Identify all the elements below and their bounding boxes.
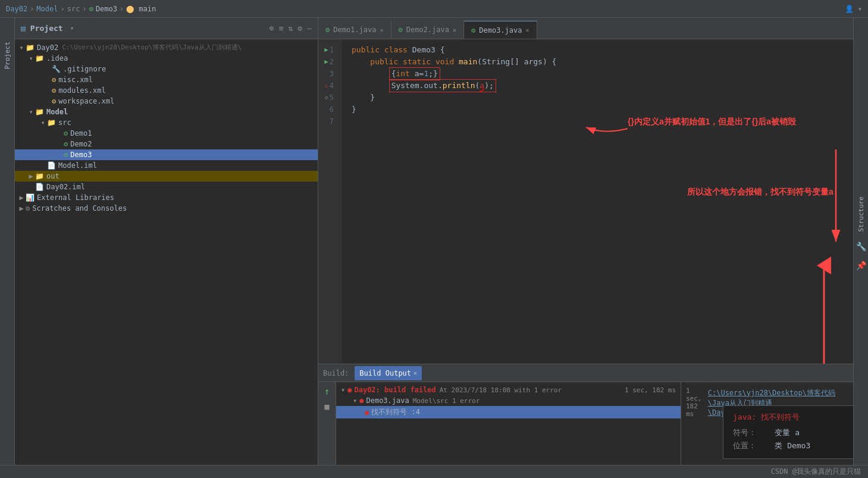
tree-item-extlibs[interactable]: ▶ 📊 External Libraries <box>15 192 318 203</box>
tree-item-src[interactable]: ▾ 📁 src <box>15 117 318 128</box>
tab-demo1[interactable]: ⚙ Demo1.java ✕ <box>318 21 391 39</box>
file-icon-gitignore: 🔧 <box>52 65 61 73</box>
line-num-2: ▶ 2 <box>318 56 337 68</box>
tree-label-gitignore: .gitignore <box>63 65 106 73</box>
tree-item-modeliml[interactable]: ▾ 📄 Model.iml <box>15 160 318 171</box>
icon-extlibs: 📊 <box>26 193 35 202</box>
build-item-demo3file[interactable]: ▾ ● Demo3.java Model\src 1 error <box>336 395 681 406</box>
tab-close-demo3[interactable]: ✕ <box>526 27 529 33</box>
tree-label-demo1: Demo1 <box>70 129 92 138</box>
settings-icon[interactable]: ⚙ <box>297 24 302 33</box>
line-num-1: ▶ 1 <box>318 44 337 56</box>
tree-item-scratches[interactable]: ▶ ⚙ Scratches and Consoles <box>15 203 318 214</box>
err-popup-row2: 位置： 类 Demo3 <box>733 439 844 452</box>
build-demo3-detail: Model\src 1 error <box>413 397 480 405</box>
run-gutter-2[interactable]: ▶ <box>324 56 328 68</box>
tree-label-src: src <box>58 118 71 127</box>
tree-item-demo1[interactable]: ▾ ⚙ Demo1 <box>15 128 318 139</box>
breadcrumb-demo3[interactable]: ⚙ <box>89 5 93 13</box>
line-num-4: ⚠ 4 <box>318 80 337 92</box>
breadcrumb-src[interactable]: src <box>67 5 80 13</box>
breadcrumb-main-label[interactable]: main <box>139 5 156 13</box>
tree-item-out[interactable]: ▶ 📁 out <box>15 171 318 182</box>
build-stop-icon[interactable]: ■ <box>324 402 329 411</box>
build-fail-detail: At 2023/7/18 18:08 with 1 error <box>440 386 562 394</box>
code-line-1: public class Demo3 { <box>349 44 846 56</box>
line-num-3: 3 <box>318 68 337 80</box>
breadcrumb-main[interactable]: ⬤ <box>126 5 134 13</box>
code-line-3: {int a=1;} <box>349 68 846 80</box>
tab-icon-demo1: ⚙ <box>325 26 330 34</box>
tab-label-demo3: Demo3.java <box>479 26 522 35</box>
project-strip-label[interactable]: Project <box>4 42 11 69</box>
folder-icon-day02: 📁 <box>26 43 35 52</box>
tree-label-model: Model <box>46 108 68 116</box>
pin-icon[interactable]: 📌 <box>856 261 866 270</box>
tree-label-workspace: workspace.xml <box>58 97 114 105</box>
tree-item-demo2[interactable]: ▾ ⚙ Demo2 <box>15 139 318 149</box>
build-item-failed[interactable]: ▾ ● Day02: build failed At 2023/7/18 18:… <box>336 385 681 395</box>
tab-label-demo1: Demo1.java <box>333 26 376 34</box>
tree-item-day02iml[interactable]: ▾ 📄 Day02.iml <box>15 182 318 192</box>
breadcrumb-sep4: › <box>120 5 124 13</box>
wrench-icon[interactable]: 🔧 <box>856 242 866 251</box>
code-content[interactable]: public class Demo3 { public static void … <box>342 39 853 364</box>
tree-arrow-out: ▶ <box>27 172 35 180</box>
err-icon-row: ● <box>365 408 369 417</box>
tab-icon-demo3: ⚙ <box>471 26 475 35</box>
tab-close-demo1[interactable]: ✕ <box>380 27 383 33</box>
tree-item-model[interactable]: ▾ 📁 Model <box>15 107 318 117</box>
collapse-icon[interactable]: ≡ <box>279 24 284 33</box>
code-line-6: } <box>349 104 846 115</box>
editor-area: ⚙ Demo1.java ✕ ⚙ Demo2.java ✕ ⚙ Demo3.ja… <box>318 18 853 465</box>
build-tab-close[interactable]: ✕ <box>413 370 417 376</box>
build-item-error[interactable]: ● 找不到符号 :4 <box>336 406 681 418</box>
tab-demo2[interactable]: ⚙ Demo2.java ✕ <box>391 21 465 39</box>
breadcrumb: Day02 › Model › src › ⚙ Demo3 › ⬤ main <box>6 5 156 13</box>
error-popup: java: 找不到符号 符号： 变量 a 位置： 类 Demo3 <box>723 405 853 459</box>
folder-icon-model: 📁 <box>35 108 44 116</box>
tree-item-day02[interactable]: ▾ 📁 Day02 C:\Users\yjn28\Desktop\博客代码\Ja… <box>15 42 318 53</box>
tree-item-modules[interactable]: ▾ ⚙ modules.xml <box>15 85 318 96</box>
tree-item-demo3[interactable]: ▾ ⚙ Demo3 <box>15 149 318 160</box>
project-title: Project <box>30 24 63 33</box>
tree-item-workspace[interactable]: ▾ ⚙ workspace.xml <box>15 96 318 107</box>
run-gutter-1[interactable]: ▶ <box>324 44 328 56</box>
tree-arrow-model: ▾ <box>27 108 35 116</box>
sort-icon[interactable]: ⇅ <box>289 24 293 33</box>
close-panel-icon[interactable]: — <box>307 24 312 33</box>
breadcrumb-day02[interactable]: Day02 <box>6 5 27 13</box>
build-output-tab[interactable]: Build Output ✕ <box>355 366 422 380</box>
expand-icon-demo3file: ▾ <box>353 396 357 405</box>
err-val-1: 变量 a <box>775 428 800 437</box>
editor-tabs: ⚙ Demo1.java ✕ ⚙ Demo2.java ✕ ⚙ Demo3.ja… <box>318 18 853 39</box>
user-icon[interactable]: 👤 ▾ <box>845 5 862 13</box>
tree-label-extlibs: External Libraries <box>37 193 114 202</box>
file-icon-demo1: ⚙ <box>64 129 68 138</box>
structure-strip-label[interactable]: Structure <box>857 196 865 232</box>
project-dropdown-arrow[interactable]: ▾ <box>70 24 74 32</box>
tree-label-idea: .idea <box>46 54 68 63</box>
file-icon-modeliml: 📄 <box>47 161 56 170</box>
tree-label-modeliml: Model.iml <box>58 161 97 170</box>
file-icon-misc: ⚙ <box>52 76 56 84</box>
tab-demo3[interactable]: ⚙ Demo3.java ✕ <box>464 21 537 39</box>
breadcrumb-demo3-label[interactable]: Demo3 <box>96 5 117 13</box>
build-output-label: Build Output <box>359 369 411 377</box>
folder-icon-idea: 📁 <box>35 54 44 63</box>
err-key-2: 位置： <box>733 441 770 450</box>
tree-item-gitignore[interactable]: ▾ 🔧 .gitignore <box>15 64 318 74</box>
file-icon-demo2: ⚙ <box>64 140 68 148</box>
locate-icon[interactable]: ⊕ <box>270 24 274 33</box>
build-label: Build: <box>323 369 349 377</box>
tab-close-demo2[interactable]: ✕ <box>453 27 456 33</box>
build-time: 1 sec, 182 ms <box>625 386 676 394</box>
build-up-icon[interactable]: ↑ <box>324 386 330 397</box>
tree-item-misc[interactable]: ▾ ⚙ misc.xml <box>15 74 318 85</box>
build-fail-text: Day02: build failed <box>354 386 435 394</box>
tree-item-idea[interactable]: ▾ 📁 .idea <box>15 53 318 64</box>
tree-label-scratches: Scratches and Consoles <box>32 204 127 213</box>
build-err-text: 找不到符号 :4 <box>371 407 420 417</box>
breadcrumb-model[interactable]: Model <box>36 5 58 13</box>
code-editor[interactable]: ▶ 1 ▶ 2 3 ⚠ 4 ◇ <box>318 39 853 364</box>
